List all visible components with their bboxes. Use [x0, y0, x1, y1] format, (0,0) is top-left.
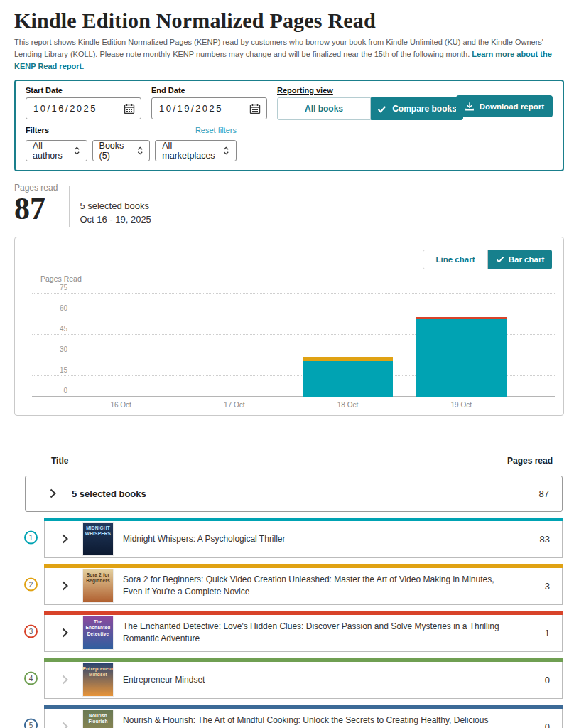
book-pages-read: 3	[545, 581, 562, 592]
book-row[interactable]: 4Entrepreneur MindsetEntrepreneur Mindse…	[44, 658, 563, 699]
selected-books-count: 5 selected books	[80, 200, 151, 213]
start-date-label: Start Date	[26, 86, 141, 95]
y-tick-label: 0	[52, 387, 67, 395]
books-dropdown[interactable]: Books (5)	[92, 140, 151, 161]
chevron-updown-icon	[223, 146, 229, 156]
download-report-button[interactable]: Download report	[456, 95, 553, 117]
book-cover-title: Nourish Flourish	[83, 710, 113, 728]
selected-books-row[interactable]: 5 selected books 87	[25, 476, 563, 512]
rank-badge: 3	[24, 625, 38, 638]
book-row[interactable]: 5Nourish FlourishNourish & Flourish: The…	[44, 705, 563, 728]
reset-filters-link[interactable]: Reset filters	[195, 126, 237, 134]
pages-column-header: Pages read	[507, 456, 553, 466]
reporting-view-label: Reporting view	[277, 86, 463, 95]
chart-card: Line chart Bar chart Pages Read 01530456…	[14, 237, 564, 416]
title-column-header: Title	[51, 456, 68, 466]
summary-divider	[69, 186, 70, 227]
date-range: Oct 16 - 19, 2025	[80, 213, 151, 227]
book-cover: Sora 2 for Beginners	[83, 569, 113, 602]
chart-plot: 01530456075	[32, 287, 555, 397]
rank-badge: 4	[24, 672, 38, 685]
book-cover: The Enchanted Detective	[83, 616, 113, 649]
book-row-body: MIDNIGHT WHISPERSMidnight Whispers: A Ps…	[44, 521, 563, 558]
authors-dropdown-value: All authors	[33, 141, 68, 161]
book-cover: Entrepreneur Mindset	[83, 663, 113, 696]
book-rows: 1MIDNIGHT WHISPERSMidnight Whispers: A P…	[44, 518, 563, 728]
end-date-group: End Date 10/19/2025	[151, 86, 267, 119]
book-row-body: Nourish FlourishNourish & Flourish: The …	[44, 709, 563, 728]
bar-chart-button[interactable]: Bar chart	[488, 250, 552, 269]
marketplaces-dropdown[interactable]: All marketplaces	[155, 140, 237, 161]
line-chart-button[interactable]: Line chart	[423, 250, 488, 269]
download-icon	[465, 102, 475, 112]
book-row[interactable]: 3The Enchanted DetectiveThe Enchanted De…	[44, 611, 563, 652]
end-date-input[interactable]: 10/19/2025	[151, 97, 267, 119]
book-cover: MIDNIGHT WHISPERS	[83, 523, 113, 555]
book-pages-read: 83	[540, 534, 562, 545]
book-cover: Nourish Flourish	[83, 710, 113, 728]
chart-type-toggle: Line chart Bar chart	[423, 250, 552, 269]
bar-segment[interactable]	[303, 361, 393, 397]
x-tick-label: 16 Oct	[110, 401, 131, 409]
chevron-updown-icon	[74, 146, 80, 156]
start-date-group: Start Date 10/16/2025	[26, 86, 141, 119]
y-tick-label: 45	[52, 325, 67, 333]
expand-chevron-icon[interactable]	[50, 488, 56, 498]
book-row[interactable]: 2Sora 2 for BeginnersSora 2 for Beginner…	[44, 564, 563, 605]
book-cover-title: The Enchanted Detective	[83, 616, 113, 649]
description-text: This report shows Kindle Edition Normali…	[14, 38, 543, 58]
selected-books-row-pages: 87	[539, 488, 562, 499]
expand-chevron-icon[interactable]	[62, 628, 68, 638]
y-tick-label: 75	[52, 284, 67, 291]
end-date-value: 10/19/2025	[159, 103, 249, 114]
book-title: Midnight Whispers: A Psychological Thril…	[123, 533, 286, 545]
bar-chart-label: Bar chart	[509, 255, 545, 264]
rank-badge: 2	[24, 578, 38, 592]
compare-books-button[interactable]: Compare books	[371, 97, 463, 120]
book-title: The Enchanted Detective: Love's Hidden C…	[123, 621, 507, 646]
y-tick-label: 15	[52, 366, 67, 374]
selected-books-row-label: 5 selected books	[72, 488, 146, 499]
book-cover-title: Sora 2 for Beginners	[83, 569, 113, 602]
check-icon	[496, 255, 504, 264]
book-title: Entrepreneur Mindset	[123, 674, 205, 686]
book-title: Sora 2 for Beginners: Quick Video Creati…	[123, 574, 507, 599]
calendar-icon[interactable]	[249, 103, 261, 114]
book-row-body: The Enchanted DetectiveThe Enchanted Det…	[44, 615, 563, 652]
book-pages-read: 1	[545, 628, 562, 638]
bar-segment[interactable]	[303, 357, 393, 361]
expand-chevron-icon[interactable]	[62, 581, 68, 591]
page-description: This report shows Kindle Edition Normali…	[14, 36, 560, 73]
filters-label: Filters	[26, 126, 49, 134]
bar-segment[interactable]	[416, 318, 507, 397]
y-tick-label: 60	[52, 304, 67, 312]
chevron-updown-icon	[137, 146, 143, 156]
gridline	[32, 293, 555, 294]
filter-panel: Start Date 10/16/2025 End Date 10/19/202…	[14, 80, 564, 171]
all-books-button[interactable]: All books	[277, 97, 371, 120]
x-tick-label: 18 Oct	[337, 401, 358, 409]
compare-books-label: Compare books	[392, 104, 457, 114]
expand-chevron-icon[interactable]	[62, 722, 68, 728]
calendar-icon[interactable]	[124, 103, 135, 114]
rank-badge: 5	[24, 719, 38, 728]
y-tick-label: 30	[52, 346, 67, 353]
check-icon	[377, 105, 386, 114]
book-cover-title: MIDNIGHT WHISPERS	[83, 523, 113, 555]
start-date-value: 10/16/2025	[33, 103, 124, 114]
bar-segment[interactable]	[416, 317, 507, 318]
start-date-input[interactable]: 10/16/2025	[26, 97, 141, 119]
marketplaces-dropdown-value: All marketplaces	[162, 141, 217, 161]
table-header: Title Pages read	[14, 456, 563, 466]
book-row[interactable]: 1MIDNIGHT WHISPERSMidnight Whispers: A P…	[44, 518, 563, 558]
book-row-body: Entrepreneur MindsetEntrepreneur Mindset…	[44, 662, 563, 699]
books-dropdown-value: Books (5)	[99, 141, 131, 161]
x-axis-labels: 16 Oct17 Oct18 Oct19 Oct	[32, 401, 555, 411]
authors-dropdown[interactable]: All authors	[26, 140, 87, 161]
book-cover-title: Entrepreneur Mindset	[82, 663, 113, 696]
pages-read-summary: Pages read 87 5 selected books Oct 16 - …	[14, 183, 563, 227]
expand-chevron-icon[interactable]	[62, 675, 68, 685]
expand-chevron-icon[interactable]	[62, 534, 68, 544]
book-title: Nourish & Flourish: The Art of Mindful C…	[123, 714, 507, 728]
book-row-body: Sora 2 for BeginnersSora 2 for Beginners…	[44, 568, 563, 605]
